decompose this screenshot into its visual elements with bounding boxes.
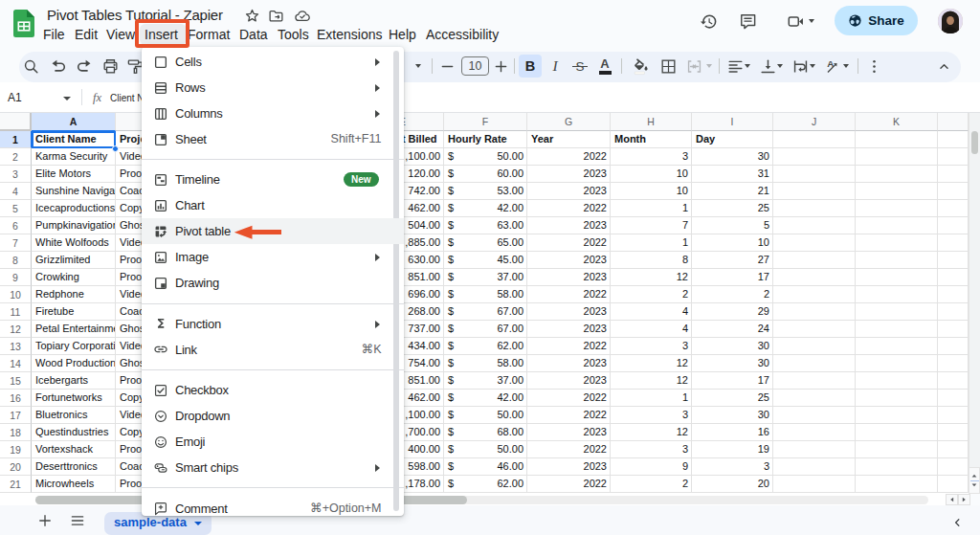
cell[interactable] (773, 321, 856, 338)
toolbar-redo-button[interactable] (73, 55, 96, 78)
cell[interactable] (773, 148, 856, 166)
italic-button[interactable]: I (544, 55, 567, 78)
cell[interactable]: 2023 (527, 303, 611, 321)
cell[interactable]: 5 (692, 217, 773, 234)
cell[interactable]: 2023 (527, 458, 611, 476)
menubar-item-tools[interactable]: Tools (278, 27, 309, 43)
cell[interactable]: 2022 (527, 407, 611, 424)
borders-button[interactable] (657, 55, 679, 78)
cell[interactable]: 2022 (527, 148, 611, 166)
meet-camera-icon[interactable] (787, 12, 805, 31)
cell[interactable] (856, 269, 938, 286)
row-header-18[interactable]: 18 (0, 424, 32, 441)
cell[interactable]: 25 (692, 200, 773, 217)
row-header-16[interactable]: 16 (0, 390, 32, 407)
cell[interactable] (856, 441, 938, 458)
text-rotation-button[interactable]: A (821, 55, 844, 78)
scroll-up-arrow[interactable] (972, 475, 977, 478)
cell[interactable] (938, 269, 969, 286)
collapse-toolbar-button[interactable] (932, 55, 955, 78)
cell[interactable]: Hourly Rate (444, 131, 527, 148)
cell[interactable]: Firetube (32, 303, 116, 321)
cell[interactable]: 2022 (527, 441, 611, 458)
cell[interactable]: Microwheels (32, 476, 116, 493)
cell[interactable]: 2023 (527, 355, 611, 372)
scroll-left-button[interactable] (946, 494, 958, 505)
cell[interactable]: 10 (692, 234, 773, 252)
camera-dropdown-arrow[interactable] (809, 19, 814, 23)
cell[interactable] (773, 441, 856, 458)
cell[interactable]: Questindustries (32, 424, 116, 441)
cell[interactable] (773, 252, 856, 269)
cell[interactable]: Grizzlimited (32, 252, 116, 269)
text-color-button[interactable]: A (593, 55, 616, 78)
cell[interactable]: $67.00 (444, 303, 527, 321)
cell[interactable]: 12 (611, 355, 692, 372)
menubar-item-insert[interactable]: Insert (145, 27, 178, 43)
cell[interactable]: $67.00 (444, 321, 527, 338)
cell[interactable] (773, 234, 856, 252)
cell[interactable]: Icecaproductions (32, 200, 116, 217)
cell[interactable]: Petal Entertainment (32, 321, 116, 338)
cell[interactable]: Month (611, 131, 692, 148)
row-header-12[interactable]: 12 (0, 321, 32, 338)
cell[interactable]: 2023 (527, 183, 611, 200)
cell[interactable] (856, 252, 938, 269)
vertical-align-button[interactable] (756, 55, 779, 78)
cell[interactable]: 2022 (527, 200, 611, 217)
cell[interactable]: 2023 (527, 166, 611, 183)
cell[interactable] (856, 303, 938, 321)
account-avatar[interactable] (938, 9, 963, 33)
comments-icon[interactable] (739, 12, 757, 31)
cell[interactable]: Deserttronics (32, 458, 116, 476)
document-title[interactable]: Pivot Tables Tutorial - Zapier (47, 7, 223, 23)
menu-item-emoji[interactable]: Emoji (142, 429, 404, 455)
cell[interactable] (773, 166, 856, 183)
move-folder-icon[interactable] (268, 8, 284, 24)
cell[interactable]: 9 (611, 458, 692, 476)
cell[interactable]: 2 (611, 476, 692, 493)
vertical-scroll-buttons[interactable] (969, 467, 980, 494)
cell[interactable] (856, 148, 938, 166)
zoom-dropdown-arrow[interactable] (415, 64, 421, 68)
cell[interactable] (773, 131, 856, 148)
cell[interactable]: 19 (692, 441, 773, 458)
cell[interactable]: 12 (611, 269, 692, 286)
cell[interactable]: 12 (611, 424, 692, 441)
cell[interactable] (938, 372, 969, 390)
cell[interactable] (773, 286, 856, 303)
strikethrough-button[interactable]: S (568, 55, 591, 78)
cell[interactable]: 2022 (527, 476, 611, 493)
cell[interactable] (938, 441, 969, 458)
menu-item-drawing[interactable]: Drawing (142, 270, 404, 296)
fill-color-button[interactable] (629, 55, 652, 78)
cell[interactable]: $58.00 (444, 355, 527, 372)
cell[interactable] (856, 372, 938, 390)
cell[interactable] (938, 321, 969, 338)
bold-button[interactable]: B (519, 55, 542, 78)
cell[interactable] (938, 338, 969, 355)
cell[interactable]: 2 (692, 286, 773, 303)
version-history-icon[interactable] (700, 12, 718, 31)
cell[interactable] (938, 234, 969, 252)
cell[interactable]: 16 (692, 424, 773, 441)
menu-item-smart-chips[interactable]: Smart chips (142, 455, 404, 480)
cell[interactable]: 17 (692, 372, 773, 390)
cell[interactable] (938, 148, 969, 166)
cell[interactable]: 2023 (527, 269, 611, 286)
cell[interactable]: 4 (611, 303, 692, 321)
menu-item-timeline[interactable]: TimelineNew (142, 167, 404, 192)
menubar-item-format[interactable]: Format (188, 27, 230, 43)
cell[interactable]: Day (692, 131, 773, 148)
name-box[interactable]: A1 (8, 91, 22, 104)
menu-item-chart[interactable]: Chart (142, 192, 404, 218)
menu-item-pivot-table[interactable]: Pivot table (142, 218, 404, 244)
cell[interactable] (856, 286, 938, 303)
cell[interactable]: 1 (611, 200, 692, 217)
cell[interactable]: 30 (692, 148, 773, 166)
toolbar-print-button[interactable] (99, 55, 122, 78)
cell[interactable]: 3 (611, 407, 692, 424)
font-increase-button[interactable] (489, 55, 512, 78)
scroll-down-arrow[interactable] (972, 483, 977, 486)
cell[interactable]: 2023 (527, 372, 611, 390)
